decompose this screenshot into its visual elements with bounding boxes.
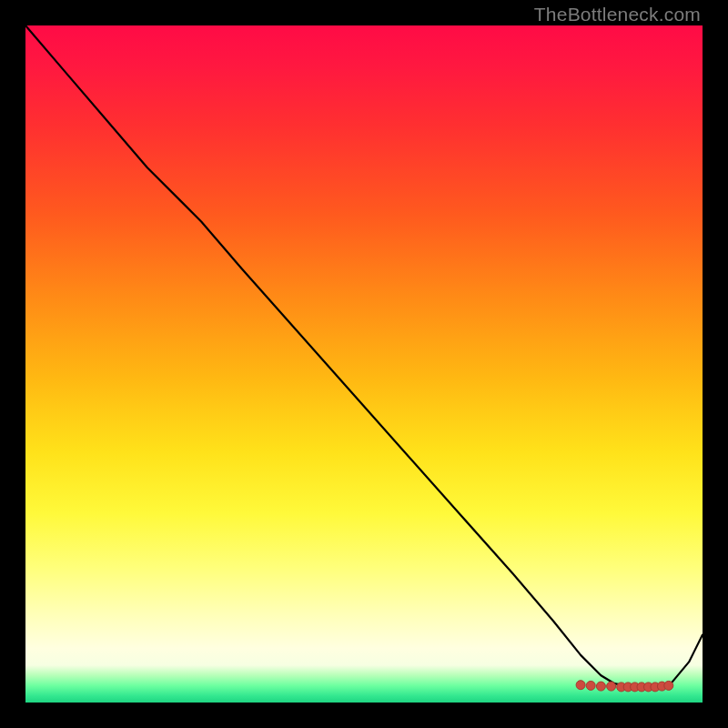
marker-dot [586, 681, 595, 690]
chart-overlay [25, 25, 703, 703]
plot-area [25, 25, 703, 703]
optimal-range-markers [576, 681, 673, 692]
marker-dot [664, 681, 673, 690]
marker-dot [607, 682, 616, 691]
marker-dot [576, 681, 585, 690]
chart-frame: TheBottleneck.com [0, 0, 728, 728]
watermark-text: TheBottleneck.com [534, 4, 701, 25]
bottleneck-curve [25, 25, 703, 688]
marker-dot [596, 682, 605, 691]
